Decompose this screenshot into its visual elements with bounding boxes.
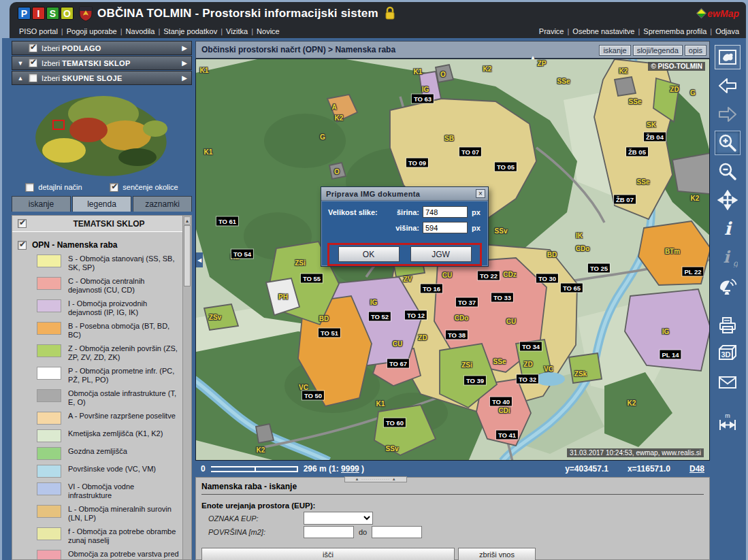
back-arrow-icon[interactable] [715,73,741,98]
forward-arrow-icon[interactable] [715,102,741,127]
zone-label: ZSi [295,259,306,267]
width-input[interactable] [423,206,468,218]
zone-label: K2 [483,65,492,73]
user-menu-item-odjava[interactable]: Odjava [715,27,739,35]
legend-label: Površinske vode (VC, VM) [68,465,156,474]
zone-label: SB [444,135,454,142]
accordion-tematski-sklop[interactable]: ▼Izberi TEMATSKI SKLOP▶ [12,56,192,70]
zoom-out-icon[interactable] [715,159,741,184]
option-checkbox[interactable] [110,183,118,192]
piso-app: { "header": { "logo_letters": ["P","I","… [0,0,748,560]
map-button-opis[interactable]: opis [685,45,706,56]
menu-item-novice[interactable]: Novice [257,27,280,35]
zone-label: IG [662,328,670,335]
eup-badge-label: TO 41 [496,431,518,440]
legend-scrollbar[interactable]: ▲ [182,216,191,559]
legend-item: B - Posebna območja (BT, BD, BC) [37,322,180,340]
tab-legenda[interactable]: legenda [72,196,131,212]
gps-icon[interactable] [715,274,741,298]
option-checkbox[interactable] [25,183,34,192]
3d-icon[interactable]: 3D [715,342,741,366]
zone-label: K2 [257,446,265,454]
collapse-handle-left-icon[interactable]: ◀ [196,252,203,267]
app-title: OBČINA TOLMIN - Prostorski informacijski… [97,7,378,20]
menu-item-pogoji-uporabe[interactable]: Pogoji uporabe [67,27,117,35]
map-button-sloji-legenda[interactable]: sloji/legenda [633,45,683,56]
datum-link[interactable]: D48 [689,464,704,474]
legend-group-checkbox[interactable] [18,219,27,228]
municipality-crest-icon [79,5,93,22]
mail-icon[interactable] [715,370,741,395]
accordion-podlago[interactable]: Izberi PODLAGO▶ [12,41,192,55]
zone-label: IG [422,86,429,93]
scroll-up-icon[interactable]: ▲ [184,216,191,225]
accordion-skupne-sloje[interactable]: ▲Izberi SKUPNE SLOJE▶ [12,71,192,85]
main-menu: PISO portal|Pogoji uporabe|Navodila|Stan… [19,27,280,35]
legend-label: f - Območja za potrebe obrambe zunaj nas… [68,527,180,545]
expand-arrow-icon[interactable]: ▶ [182,44,187,52]
overview-map[interactable] [12,86,192,180]
dialog-titlebar[interactable]: Priprava IMG dokumenta × [321,187,488,201]
piso-logo[interactable]: PISO [18,7,74,20]
info-group-icon[interactable]: ig [715,245,741,269]
tab-iskanje[interactable]: iskanje [12,196,71,212]
legend-swatch [37,254,61,267]
legend-item: Kmetijska zemljišča (K1, K2) [37,429,180,442]
pan-icon[interactable] [715,188,741,212]
scale-value-link[interactable]: 9999 [341,464,359,474]
zone-label: ZD [670,86,679,93]
legend-panel: TEMATSKI SKLOP OPN - Namenska raba S - O… [12,215,192,560]
svg-text:g: g [733,259,738,267]
collapse-arrow-icon[interactable]: ▲ [16,75,25,82]
legend-label: Območja za potrebe varstva pred naravnim… [68,550,180,560]
user-menu-item-pravice[interactable]: Pravice [539,27,564,35]
area-to-input[interactable] [372,526,422,538]
scrollbar-thumb[interactable] [184,225,191,286]
collapse-handle-top-icon[interactable]: ▲ [530,54,536,61]
menu-item-navodila[interactable]: Navodila [126,27,155,35]
eup-code-select[interactable] [304,512,373,525]
tab-zaznamki[interactable]: zaznamki [133,196,192,212]
menu-item-stanje-podatkov[interactable]: Stanje podatkov [163,27,217,35]
expand-arrow-icon[interactable]: ▶ [182,59,187,67]
legend-swatch [37,505,61,518]
legend-label: Kmetijska zemljišča (K1, K2) [68,429,163,438]
dialog-close-icon[interactable]: × [476,189,485,198]
print-icon[interactable] [715,313,741,337]
user-menu-item-osebne-nastavitve[interactable]: Osebne nastavitve [572,27,634,35]
full-extent-icon[interactable] [715,45,741,69]
zone-label: G [320,133,325,141]
panel-collapse-handle[interactable]: ▲ ·············· ▲ [344,476,407,482]
user-menu-item-sprememba-profila[interactable]: Sprememba profila [643,27,706,35]
map-button-iskanje[interactable]: iskanje [599,45,630,56]
legend-swatch [37,429,61,442]
eup-badge-label: ŽB 04 [644,133,666,142]
svg-text:i: i [723,247,730,267]
expand-arrow-icon[interactable]: ▶ [182,74,187,82]
info-icon[interactable]: i [715,216,741,241]
accordion-checkbox[interactable] [29,73,37,82]
menu-separator: | [158,27,160,35]
zone-label: CDo [455,314,469,322]
legend-items: S - Območja stanovanj (SS, SB, SK, SP)C … [18,254,180,560]
width-unit: px [472,208,481,216]
legend-label: A - Površine razpršene poselitve [68,412,176,421]
menu-item-piso-portal[interactable]: PISO portal [19,27,58,35]
img-export-dialog: Priprava IMG dokumenta × Velikost slike:… [321,186,489,267]
search-button[interactable]: išči [201,548,455,560]
map-canvas[interactable]: K1K1OIGK2ZPSSeK2ZDGAK2GOK1SBSKSSeK2SSeZS… [195,59,710,461]
accordion-checkbox[interactable] [29,44,37,52]
collapse-arrow-icon[interactable]: ▼ [16,60,25,67]
measure-icon[interactable]: m [715,410,741,434]
zoom-in-icon[interactable] [715,131,741,155]
clear-button[interactable]: zbriši vnos [458,548,536,560]
height-input[interactable] [423,222,468,233]
menu-item-vizitka[interactable]: Vizitka [226,27,248,35]
legend-item: f - Območja za potrebe obrambe zunaj nas… [37,527,180,545]
eup-badge-label: TO 16 [421,284,442,293]
eup-badge-label: TO 25 [588,264,610,273]
eup-badge-label: PL 14 [660,350,681,359]
accordion-checkbox[interactable] [29,59,37,67]
opn-layer-checkbox[interactable] [18,241,27,250]
area-from-input[interactable] [304,526,354,538]
